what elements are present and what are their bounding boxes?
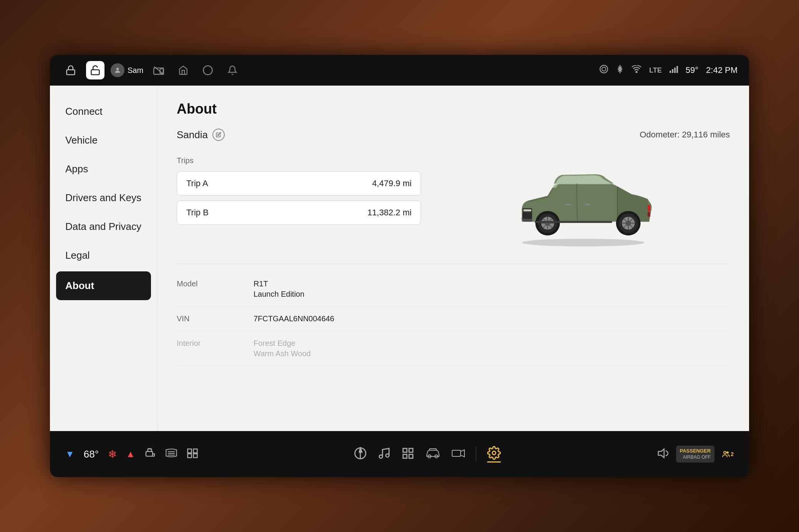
camera-video-icon[interactable] [451,448,465,460]
vehicle-name-label: Sandia [177,129,208,141]
svg-rect-45 [146,451,153,456]
interior-label: Interior [177,339,254,348]
bell-icon[interactable] [223,61,242,79]
svg-rect-13 [672,69,673,73]
status-bar-left: Sam [61,61,242,79]
svg-marker-67 [461,450,464,457]
grid-icon[interactable] [187,448,198,460]
main-panel: About Sandia Odometer: 29,116 miles [157,86,749,431]
svg-point-11 [636,71,637,73]
svg-rect-52 [193,449,197,453]
passenger-count-icon: 2 [722,450,734,458]
trips-section: Trips Trip A 4,479.9 mi Trip B 11,382.2 … [177,156,421,248]
music-icon[interactable]: ♪ [378,447,391,461]
svg-rect-1 [91,70,99,75]
passenger-airbag-badge: PASSENGER AIRBAG OFF [676,446,715,463]
svg-rect-62 [403,454,407,458]
svg-rect-54 [193,454,197,458]
svg-rect-53 [187,454,191,458]
svg-rect-25 [585,204,590,205]
camera-icon[interactable] [149,61,168,79]
lock-icon[interactable] [61,61,80,79]
screen: Sam [50,55,749,477]
chevron-down-icon[interactable]: ▼ [65,449,75,459]
svg-rect-12 [670,71,671,73]
svg-rect-60 [403,448,407,452]
user-pill[interactable]: Sam [111,63,143,77]
svg-rect-14 [674,68,676,73]
sidebar-item-data-privacy[interactable]: Data and Privacy [50,212,157,241]
edit-name-button[interactable] [212,129,225,141]
sidebar-item-legal[interactable]: Legal [50,241,157,270]
svg-point-70 [724,451,726,454]
status-bar-right: LTE 59° 2:42 PM [599,64,738,76]
svg-rect-44 [648,212,650,217]
cast-icon [599,64,608,76]
taskbar-center: ♪ [354,446,501,463]
alexa-icon[interactable] [199,61,217,79]
divider [476,446,476,462]
taskbar-left: ▼ 68° ❄ ▲ [65,447,198,462]
avatar [111,63,124,77]
unlock-icon[interactable] [86,61,104,79]
trip-a-name: Trip A [186,178,208,188]
wood-frame: Sam [0,0,799,532]
svg-marker-69 [658,449,664,458]
trip-b-card[interactable]: Trip B 11,382.2 mi [177,200,421,225]
volume-icon[interactable] [657,448,668,460]
vehicle-section: Trips Trip A 4,479.9 mi Trip B 11,382.2 … [177,156,730,248]
svg-point-59 [386,454,389,457]
temperature-display: 59° [686,65,698,75]
model-value: R1T Launch Edition [254,279,730,299]
up-arrow-icon[interactable]: ▲ [126,449,135,459]
settings-icon[interactable] [487,446,501,463]
home-icon[interactable] [174,61,192,79]
vehicle-image [502,156,664,248]
vin-row: VIN 7FCTGAAL6NN004646 [177,307,730,331]
svg-rect-43 [648,205,650,211]
wifi-icon [632,65,642,75]
time-display: 2:42 PM [706,65,738,75]
svg-rect-63 [409,454,413,458]
settings-active-indicator [487,461,501,463]
trip-b-distance: 11,382.2 mi [367,208,411,218]
trip-a-card[interactable]: Trip A 4,479.9 mi [177,171,421,196]
sidebar-item-vehicle[interactable]: Vehicle [50,126,157,155]
sidebar-item-drivers-keys[interactable]: Drivers and Keys [50,183,157,212]
status-bar: Sam [50,55,749,86]
svg-rect-51 [187,449,191,453]
trip-b-name: Trip B [186,208,209,218]
passenger-badge-line2: AIRBAG OFF [680,454,711,461]
interior-line2: Warm Ash Wood [254,349,730,358]
svg-rect-22 [524,216,531,218]
navigation-icon[interactable] [354,447,367,461]
fan-icon: ❄ [108,448,117,461]
svg-rect-20 [524,213,531,215]
car-icon[interactable] [425,448,441,461]
sidebar-item-connect[interactable]: Connect [50,97,157,126]
seat-heat-icon[interactable] [144,447,156,462]
main-content: Connect Vehicle Apps Drivers and Keys Da… [50,86,749,431]
taskbar: ▼ 68° ❄ ▲ [50,431,749,477]
svg-point-6 [203,66,212,74]
sidebar-item-about[interactable]: About [56,271,151,300]
svg-point-16 [522,239,645,246]
defrost-rear-icon[interactable] [165,448,177,461]
interior-value: Forest Edge Warm Ash Wood [254,339,730,358]
taskbar-right: PASSENGER AIRBAG OFF 2 [657,446,734,463]
svg-point-58 [379,455,383,458]
signal-bars-icon [670,66,678,74]
odometer-display: Odometer: 29,116 miles [640,130,730,140]
svg-rect-18 [524,209,531,211]
username-label: Sam [128,66,143,75]
apps-grid-icon[interactable] [401,447,414,461]
passenger-badge-line1: PASSENGER [680,448,711,454]
sidebar-item-apps[interactable]: Apps [50,155,157,183]
svg-rect-61 [409,448,413,452]
sidebar: Connect Vehicle Apps Drivers and Keys Da… [50,86,157,431]
interior-row: Interior Forest Edge Warm Ash Wood [177,331,730,366]
model-row: Model R1T Launch Edition [177,272,730,307]
svg-point-2 [116,68,119,70]
cabin-temp-display: 68° [84,448,99,460]
svg-point-8 [600,65,608,73]
